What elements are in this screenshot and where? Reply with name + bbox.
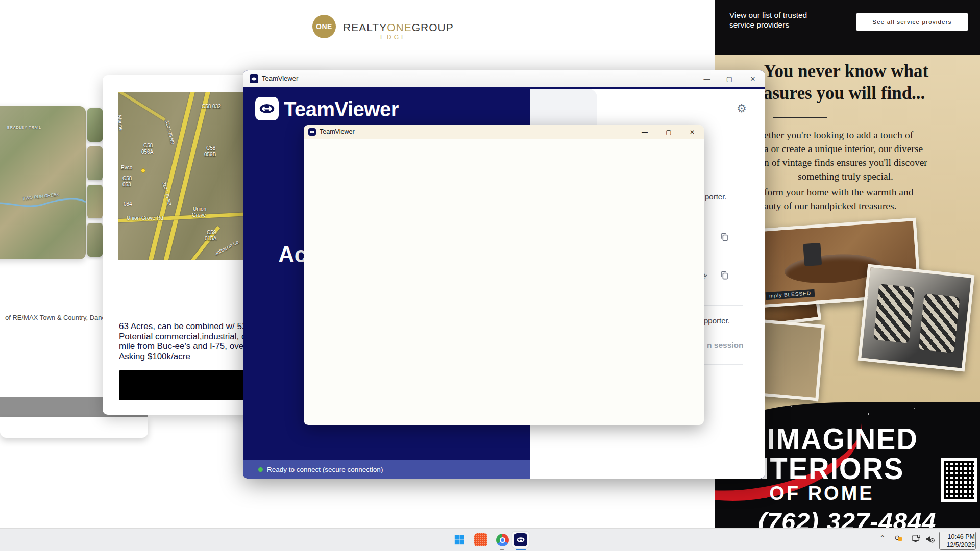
minimize-button[interactable]: — bbox=[698, 72, 716, 85]
ad-photo-chairs bbox=[858, 264, 975, 372]
parcel-label: Evco bbox=[121, 165, 132, 170]
connection-statusbar: Ready to connect (secure connection) bbox=[243, 460, 530, 479]
teamviewer-active-indicator bbox=[516, 549, 526, 550]
realty-one-logo-circle: ONE bbox=[312, 15, 336, 38]
brand-of-rome: OF ROME bbox=[715, 483, 939, 505]
dialog-close-button[interactable]: ✕ bbox=[684, 126, 700, 138]
creek-line bbox=[0, 183, 86, 223]
ad-body-line: a or create a unique interior, our diver… bbox=[764, 143, 923, 155]
parcel-label: 084 bbox=[124, 201, 132, 207]
chrome-running-indicator bbox=[500, 549, 504, 550]
close-button[interactable]: ✕ bbox=[744, 72, 762, 85]
logo-one: ONE bbox=[387, 21, 412, 33]
banner-text: View our list of trusted service provide… bbox=[729, 10, 807, 30]
heading-fragment: Ac bbox=[278, 242, 307, 267]
qr-code bbox=[941, 458, 977, 502]
status-text: Ready to connect (secure connection) bbox=[267, 466, 383, 473]
windows-taskbar: ⌃ ⟳ 10:46 PM 12/5/2025 bbox=[0, 528, 980, 551]
description-line: 63 Acres, can be combined w/ 52.8 bbox=[119, 321, 254, 332]
ad-body-line: form your home with the warmth and bbox=[764, 187, 913, 198]
photo-thumbnail[interactable] bbox=[87, 185, 103, 218]
window-title: TeamViewer bbox=[262, 74, 298, 82]
road-marine bbox=[118, 92, 165, 121]
teamviewer-dialog-window: TeamViewer — ▢ ✕ bbox=[304, 125, 704, 425]
logo-group: GROUP bbox=[412, 21, 454, 33]
parcel-label: Johnson La bbox=[213, 239, 239, 257]
teamviewer-titlebar[interactable]: TeamViewer — ▢ ✕ bbox=[243, 70, 765, 87]
dialog-titlebar[interactable]: TeamViewer — ▢ ✕ bbox=[304, 125, 704, 139]
see-all-providers-button[interactable]: See all service providers bbox=[856, 13, 968, 31]
aerial-map-card[interactable]: BRADLEY TRAIL TWO RUN CREEK bbox=[0, 106, 86, 259]
dialog-minimize-button[interactable]: — bbox=[636, 126, 653, 138]
tray-display-icon[interactable] bbox=[912, 535, 921, 544]
parcel-label: Union Grove Rd bbox=[127, 215, 163, 221]
headline-divider bbox=[773, 117, 827, 118]
ad-body-line: something truly special. bbox=[798, 171, 893, 182]
tray-volume-muted-icon[interactable] bbox=[926, 535, 935, 544]
map-marker-dot bbox=[141, 168, 145, 173]
listing-description: 63 Acres, can be combined w/ 52.8 Potent… bbox=[119, 321, 254, 361]
status-green-dot bbox=[258, 467, 263, 472]
dialog-titlebar-icon bbox=[308, 128, 316, 136]
maximize-button[interactable]: ▢ bbox=[721, 72, 738, 85]
taskbar-clock[interactable]: 10:46 PM 12/5/2025 bbox=[939, 532, 976, 550]
photo-thumbnail[interactable] bbox=[87, 108, 103, 142]
supporter-text-fragment: porter. bbox=[705, 192, 727, 201]
parcel-label: 059B bbox=[204, 152, 216, 157]
tray-sync-icon[interactable]: ⟳ bbox=[895, 534, 901, 542]
settings-gear-icon[interactable]: ⚙ bbox=[737, 102, 747, 115]
map-label-bradley-trail: BRADLEY TRAIL bbox=[7, 126, 41, 129]
parcel-label: C58 bbox=[122, 176, 132, 181]
parcel-label: 053 bbox=[122, 182, 131, 187]
copy-password-icon[interactable] bbox=[720, 270, 729, 282]
photo-thumbnail[interactable] bbox=[87, 223, 103, 257]
parcel-label: C58 bbox=[143, 143, 153, 148]
parcel-label: Grove bbox=[192, 212, 206, 218]
parcel-label: C58 032 bbox=[202, 104, 221, 109]
teamviewer-logo-text: TeamViewer bbox=[284, 98, 399, 121]
logo-edge: EDGE bbox=[380, 34, 408, 41]
parcel-label: Union bbox=[193, 206, 206, 212]
session-button-label: n session bbox=[707, 341, 744, 350]
parcel-label: 310 I-75 NB bbox=[164, 120, 175, 145]
realty-one-wordmark: REALTYONEGROUP bbox=[343, 21, 454, 34]
description-line: mile from Buc-ee's and I-75, over 2 bbox=[119, 341, 254, 352]
teamviewer-logo-icon bbox=[255, 97, 279, 120]
service-providers-banner: View our list of trusted service provide… bbox=[715, 0, 980, 55]
dialog-maximize-button[interactable]: ▢ bbox=[660, 126, 677, 138]
copy-id-icon[interactable] bbox=[720, 232, 729, 243]
photo-thumbnail[interactable] bbox=[87, 146, 103, 180]
description-line: Asking $100k/acre bbox=[119, 352, 254, 362]
brand-phone-number: (762) 327-4844 bbox=[715, 507, 980, 528]
chrome-icon[interactable] bbox=[494, 532, 510, 548]
teamviewer-taskbar-icon[interactable] bbox=[512, 532, 529, 548]
parcel-label: C58 bbox=[206, 145, 215, 151]
teamviewer-titlebar-icon bbox=[250, 74, 258, 83]
ad-body-line: ether you're looking to add a touch of bbox=[764, 130, 913, 141]
ad-headline-line2: asures you will find... bbox=[764, 83, 925, 104]
taskbar-app-icon-orange[interactable] bbox=[473, 532, 489, 548]
banner-line1: View our list of trusted bbox=[729, 10, 807, 20]
banner-line2: service providers bbox=[729, 20, 807, 30]
clock-date: 12/5/2025 bbox=[940, 541, 975, 549]
parcel-label: C59 bbox=[207, 230, 216, 235]
parcel-label: 056A bbox=[141, 149, 153, 155]
dialog-title: TeamViewer bbox=[320, 128, 355, 135]
card-bottom-strip bbox=[0, 417, 148, 438]
ad-body-line: auty of our handpicked treasures. bbox=[764, 201, 896, 212]
logo-realty: REALTY bbox=[343, 21, 387, 33]
parcel-label: 015A bbox=[205, 236, 216, 241]
tray-chevron-icon[interactable]: ⌃ bbox=[879, 534, 886, 542]
browser-header: ONE REALTYONEGROUP EDGE bbox=[0, 0, 715, 56]
listing-attribution: of RE/MAX Town & Country, Dane La bbox=[5, 314, 115, 321]
clock-time: 10:46 PM bbox=[940, 533, 975, 541]
description-line: Potential commercial,industrial, or bbox=[119, 332, 254, 342]
start-button[interactable] bbox=[451, 532, 468, 548]
ad-body-line: n of vintage finds ensures you'll discov… bbox=[764, 157, 927, 168]
supporter-text-fragment: pporter. bbox=[704, 316, 730, 325]
ad-headline-line1: You never know what bbox=[764, 61, 928, 82]
parcel-label: Marine bbox=[118, 115, 124, 131]
